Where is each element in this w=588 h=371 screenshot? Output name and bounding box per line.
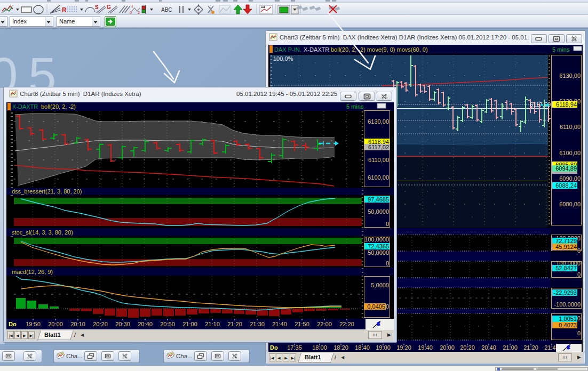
svg-text:0: 0 — [386, 260, 389, 267]
svg-text:20:00: 20:00 — [48, 321, 63, 327]
svg-text:100,0%: 100,0% — [273, 55, 293, 62]
svg-text:21:20: 21:20 — [227, 321, 242, 327]
svg-text:0: 0 — [577, 330, 581, 336]
svg-text:S: S — [95, 4, 99, 10]
svg-text:macd(12, 26, 9): macd(12, 26, 9) — [12, 269, 53, 275]
svg-text:6117,02: 6117,02 — [368, 144, 389, 150]
svg-text:20:40: 20:40 — [138, 321, 153, 327]
svg-text:21:10: 21:10 — [205, 321, 220, 327]
svg-text:R: R — [62, 6, 67, 14]
svg-text:20:10: 20:10 — [70, 321, 85, 327]
svg-text:-100,0000: -100,0000 — [554, 301, 581, 308]
svg-text:97,4685: 97,4685 — [368, 196, 389, 203]
svg-text:Do: Do — [270, 344, 278, 351]
svg-text:0: 0 — [386, 303, 389, 310]
svg-text:6100,00: 6100,00 — [368, 174, 389, 181]
svg-text:20:50: 20:50 — [160, 321, 175, 327]
svg-text:5,0000: 5,0000 — [371, 282, 389, 288]
svg-text:50,0000: 50,0000 — [368, 249, 389, 256]
svg-text:G: G — [107, 4, 111, 10]
svg-text:6100,00: 6100,00 — [559, 150, 581, 156]
svg-text:20:30: 20:30 — [115, 321, 130, 327]
svg-text:100,0000: 100,0000 — [364, 236, 389, 243]
svg-text:0: 0 — [577, 247, 581, 254]
svg-text:22:20: 22:20 — [339, 321, 354, 327]
svg-text:X-DAXTR: X-DAXTR — [304, 46, 329, 53]
svg-text:6088,24: 6088,24 — [555, 182, 577, 189]
svg-text:21:30: 21:30 — [250, 321, 265, 327]
svg-text:boll(20, 2, -2): boll(20, 2, -2) — [41, 103, 76, 110]
svg-text:0: 0 — [577, 271, 581, 278]
svg-text:20:20: 20:20 — [93, 321, 108, 327]
svg-text:1,0051: 1,0051 — [559, 316, 577, 322]
svg-text:0,4073: 0,4073 — [559, 322, 577, 328]
svg-text:boll(20, 2, -2) move(9, 0) mov: boll(20, 2, -2) move(9, 0) movs(60, 0) — [331, 46, 428, 53]
svg-text:21:00: 21:00 — [182, 321, 197, 327]
svg-text:5 mins: 5 mins — [346, 103, 364, 110]
svg-text:45,9124: 45,9124 — [555, 244, 577, 250]
svg-text:5 mins: 5 mins — [552, 46, 570, 53]
svg-text:6090,00: 6090,00 — [559, 175, 581, 182]
svg-text:-22,9293: -22,9293 — [554, 289, 577, 296]
svg-text:50,0000: 50,0000 — [368, 208, 389, 215]
svg-text:21:50: 21:50 — [295, 321, 309, 327]
svg-text:19:50: 19:50 — [26, 321, 41, 327]
svg-text:0: 0 — [130, 11, 132, 14]
svg-text:6094,89: 6094,89 — [555, 165, 577, 172]
svg-text:1: 1 — [131, 4, 133, 8]
svg-text:0: 0 — [386, 221, 389, 227]
svg-text:21:40: 21:40 — [272, 321, 287, 327]
svg-text:6110,00: 6110,00 — [368, 157, 389, 163]
svg-text:Chart3 (Zeitbar 5 min) DAX (I: Chart3 (Zeitbar 5 min) DAX (Indizes Xetr… — [280, 34, 529, 41]
svg-text:0,0405: 0,0405 — [367, 303, 385, 310]
svg-text:stoc_sl(14, 3, 3, 80, 20): stoc_sl(14, 3, 3, 80, 20) — [12, 229, 73, 236]
svg-text:05.01.2012 19:45 - 05.01.2012: 05.01.2012 19:45 - 05.01.2012 22:25 — [236, 91, 337, 97]
svg-text:6118,94: 6118,94 — [556, 101, 577, 108]
svg-text:2: 2 — [138, 11, 140, 14]
svg-text:6130,00: 6130,00 — [368, 118, 389, 125]
svg-text:Chart8 (Zeitbar 5 min) D1AR (: Chart8 (Zeitbar 5 min) D1AR (Indizes Xet… — [20, 91, 141, 97]
svg-text:ABC: ABC — [161, 7, 172, 13]
svg-text:dss_bressert(21, 3, 80, 20): dss_bressert(21, 3, 80, 20) — [12, 188, 82, 195]
svg-text:6110,00: 6110,00 — [560, 124, 581, 130]
svg-text:22:00: 22:00 — [317, 321, 332, 327]
svg-text:DAX P-IN.: DAX P-IN. — [274, 46, 301, 53]
svg-text:X-DAXTR: X-DAXTR — [12, 103, 38, 110]
svg-text:72,4365: 72,4365 — [368, 243, 389, 249]
svg-text:52,8427: 52,8427 — [555, 265, 577, 271]
svg-text:6130,00: 6130,00 — [559, 72, 581, 79]
svg-text:Do: Do — [9, 321, 17, 327]
svg-text:6080,00: 6080,00 — [559, 201, 581, 207]
